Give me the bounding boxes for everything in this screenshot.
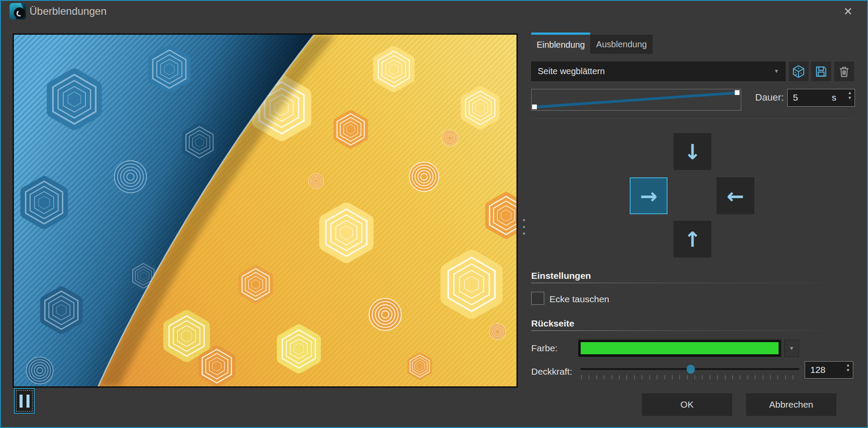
opacity-value[interactable]: 128 — [810, 365, 825, 375]
direction-up-button[interactable]: ↑ — [674, 221, 711, 258]
transition-select-value: Seite wegblättern — [538, 66, 605, 76]
app-logo-icon — [10, 3, 26, 20]
opacity-slider[interactable] — [580, 362, 799, 379]
random-transition-button[interactable] — [789, 62, 809, 81]
splitter-handle[interactable] — [522, 219, 526, 235]
spinner-down-icon[interactable]: ▼ — [848, 96, 852, 100]
transitions-dialog: Überblendungen ✕ — [0, 0, 868, 428]
slider-ticks — [581, 375, 800, 379]
pause-icon — [16, 390, 33, 412]
swap-corner-label: Ecke tauschen — [549, 294, 609, 304]
ok-button[interactable]: OK — [642, 393, 732, 416]
arrow-up-icon: ↑ — [684, 227, 701, 252]
arrow-down-icon: ↓ — [684, 140, 701, 164]
swap-corner-checkbox[interactable] — [531, 292, 544, 305]
window-title: Überblendungen — [30, 1, 106, 22]
opacity-input[interactable]: 128 ▲ ▼ — [805, 361, 853, 379]
duration-value[interactable]: 5 — [793, 92, 798, 103]
opacity-label: Deckkraft: — [531, 366, 572, 377]
separator — [531, 118, 852, 118]
color-swatch — [581, 342, 779, 354]
settings-heading: Einstellungen — [531, 271, 591, 281]
save-icon — [814, 65, 828, 78]
color-swatch-picker[interactable] — [578, 340, 781, 357]
backside-heading-line — [531, 330, 852, 331]
close-icon[interactable]: ✕ — [839, 3, 857, 19]
duration-input[interactable]: 5 s ▲ ▼ — [787, 89, 855, 107]
curve-handle-start[interactable] — [532, 105, 537, 109]
dropdown-caret-icon: ▼ — [774, 62, 779, 81]
tab-fade-in[interactable]: Einblendung — [531, 33, 590, 54]
backside-heading: Rückseite — [531, 318, 574, 329]
save-preset-button[interactable] — [811, 62, 831, 81]
pause-button[interactable] — [14, 388, 35, 414]
spinner-up-icon[interactable]: ▲ — [848, 91, 852, 95]
duration-unit: s — [832, 92, 837, 103]
spinner-up-icon[interactable]: ▲ — [846, 363, 850, 367]
direction-right-button-selected[interactable]: → — [630, 177, 667, 214]
direction-down-button[interactable]: ↓ — [674, 133, 711, 170]
cancel-button[interactable]: Abbrechen — [746, 393, 836, 416]
transition-preview — [13, 33, 518, 388]
curve-handle-end[interactable] — [735, 90, 740, 95]
slider-thumb[interactable] — [687, 365, 695, 374]
titlebar[interactable]: Überblendungen ✕ — [1, 1, 867, 22]
direction-left-button[interactable]: ← — [717, 177, 754, 214]
delete-icon — [837, 65, 851, 78]
spinner-down-icon[interactable]: ▼ — [846, 368, 850, 372]
settings-heading-line — [531, 283, 852, 283]
color-label: Farbe: — [531, 343, 558, 353]
tab-fade-out[interactable]: Ausblendung — [590, 35, 653, 54]
arrow-left-icon: ← — [727, 184, 744, 208]
timing-curve-editor[interactable] — [531, 89, 741, 111]
transition-select[interactable]: Seite wegblättern ▼ — [531, 62, 786, 81]
page-curl-preview-art — [14, 35, 516, 386]
color-dropdown-caret-icon[interactable]: ▼ — [784, 340, 799, 357]
curve-line[interactable] — [535, 93, 737, 107]
arrow-right-icon: → — [640, 184, 657, 208]
timing-curve — [532, 89, 741, 110]
duration-label: Dauer: — [755, 92, 784, 103]
delete-preset-button[interactable] — [834, 62, 854, 81]
cube-dice-icon — [792, 65, 806, 78]
